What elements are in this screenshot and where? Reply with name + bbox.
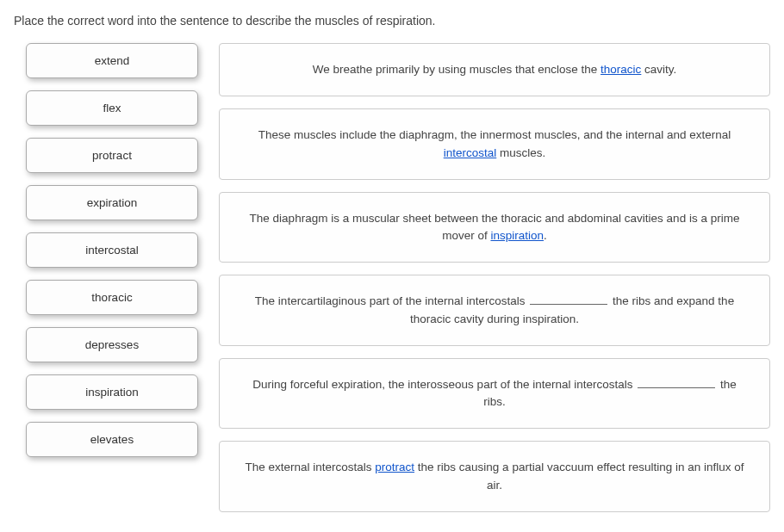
- filled-blank[interactable]: thoracic: [600, 63, 641, 76]
- word-tile[interactable]: protract: [26, 138, 198, 173]
- word-tile[interactable]: flex: [26, 90, 198, 126]
- sentence-card[interactable]: These muscles include the diaphragm, the…: [219, 108, 770, 180]
- sentence-pre: We breathe primarily by using muscles th…: [313, 63, 600, 76]
- sentence-post: muscles.: [496, 146, 545, 159]
- sentence-card[interactable]: During forceful expiration, the inteross…: [219, 358, 770, 430]
- filled-blank[interactable]: protract: [375, 461, 414, 473]
- sentence-post: .: [544, 229, 547, 242]
- empty-blank[interactable]: [638, 376, 715, 388]
- filled-blank[interactable]: intercostal: [444, 146, 497, 159]
- sentence-pre: These muscles include the diaphragm, the…: [258, 128, 731, 141]
- sentence-card[interactable]: The intercartilaginous part of the inter…: [219, 275, 770, 346]
- word-tile[interactable]: depresses: [26, 327, 198, 362]
- sentence-card[interactable]: The external intercostals protract the r…: [219, 441, 770, 512]
- word-bank: extend flex protract expiration intercos…: [14, 43, 198, 512]
- sentence-card[interactable]: The diaphragm is a muscular sheet betwee…: [219, 192, 770, 263]
- filled-blank[interactable]: inspiration: [490, 229, 544, 242]
- word-tile[interactable]: extend: [26, 43, 198, 78]
- word-tile[interactable]: thoracic: [26, 280, 198, 315]
- empty-blank[interactable]: [530, 294, 607, 306]
- sentence-pre: The intercartilaginous part of the inter…: [255, 294, 528, 307]
- instructions-text: Place the correct word into the sentence…: [14, 14, 770, 28]
- word-tile[interactable]: expiration: [26, 185, 198, 220]
- word-tile[interactable]: elevates: [26, 422, 198, 457]
- sentence-card[interactable]: We breathe primarily by using muscles th…: [219, 43, 770, 96]
- activity-container: extend flex protract expiration intercos…: [14, 43, 770, 512]
- sentence-pre: During forceful expiration, the inteross…: [252, 378, 636, 391]
- sentence-post: cavity.: [641, 63, 676, 76]
- sentence-pre: The external intercostals: [245, 461, 375, 473]
- word-tile[interactable]: inspiration: [26, 374, 198, 410]
- sentence-post: the ribs causing a partial vaccuum effec…: [414, 461, 744, 491]
- word-tile[interactable]: intercostal: [26, 232, 198, 268]
- sentences-column: We breathe primarily by using muscles th…: [219, 43, 770, 512]
